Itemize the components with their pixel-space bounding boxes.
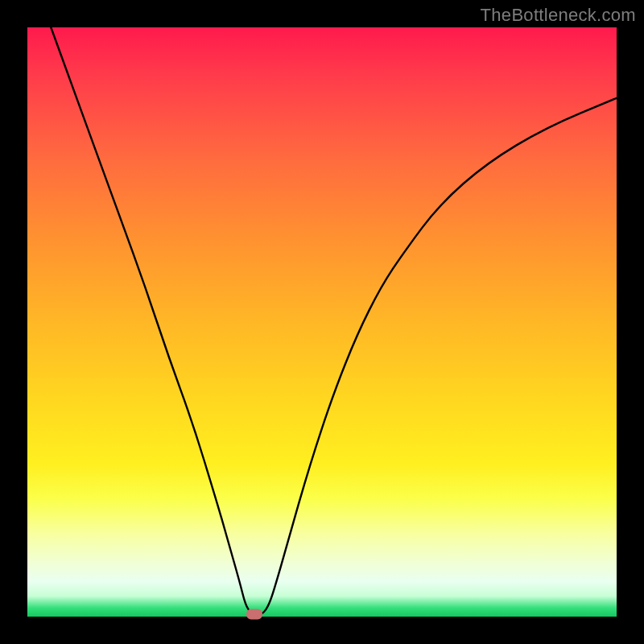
outer-frame: TheBottleneck.com bbox=[0, 0, 644, 644]
bottleneck-curve bbox=[27, 27, 617, 617]
watermark-text: TheBottleneck.com bbox=[481, 5, 636, 26]
minimum-marker bbox=[246, 609, 262, 620]
plot-area bbox=[27, 27, 617, 617]
